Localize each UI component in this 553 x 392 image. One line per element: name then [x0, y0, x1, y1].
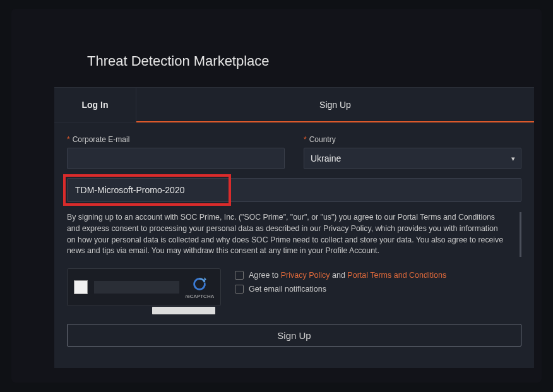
recaptcha-label: reCAPTCHA	[186, 294, 214, 299]
agree-text: Agree to Privacy Policy and Portal Terms…	[249, 271, 446, 280]
tab-login[interactable]: Log In	[54, 88, 136, 122]
terms-link[interactable]: Portal Terms and Conditions	[347, 271, 446, 280]
svg-marker-0	[205, 277, 206, 282]
recaptcha-privacy-strip	[152, 307, 215, 314]
form-row-1: *Corporate E-mail *Country Ukraine ▾	[54, 122, 534, 169]
bottom-row: reCAPTCHA Agree to Privacy Policy and Po…	[67, 268, 521, 306]
privacy-policy-link[interactable]: Privacy Policy	[281, 271, 330, 280]
agree-row: Agree to Privacy Policy and Portal Terms…	[235, 271, 446, 280]
country-label: *Country	[304, 135, 521, 144]
email-label: *Corporate E-mail	[67, 135, 285, 144]
agree-prefix: Agree to	[249, 271, 281, 280]
emails-row: Get email notifications	[235, 285, 446, 294]
emails-label: Get email notifications	[249, 285, 326, 294]
emails-checkbox[interactable]	[235, 285, 244, 294]
recaptcha-widget[interactable]: reCAPTCHA	[67, 268, 221, 306]
country-select[interactable]: Ukraine	[304, 148, 521, 169]
page-title: Threat Detection Marketplace	[87, 53, 270, 69]
email-input[interactable]	[67, 148, 285, 169]
agree-checkbox[interactable]	[235, 271, 244, 280]
signup-button[interactable]: Sign Up	[67, 324, 521, 347]
recaptcha-icon	[191, 276, 208, 292]
email-label-text: Corporate E-mail	[73, 135, 130, 144]
app-window: Threat Detection Marketplace Log In Sign…	[11, 9, 542, 383]
recaptcha-checkbox[interactable]	[74, 280, 88, 294]
agree-and: and	[330, 271, 348, 280]
promo-wrap	[67, 178, 521, 202]
country-label-text: Country	[309, 135, 336, 144]
country-field-wrap: *Country Ukraine ▾	[304, 135, 521, 169]
recaptcha-logo: reCAPTCHA	[186, 276, 214, 299]
auth-panel: Log In Sign Up *Corporate E-mail *Countr…	[54, 87, 534, 368]
tab-signup[interactable]: Sign Up	[136, 88, 534, 122]
country-select-wrap: Ukraine ▾	[304, 148, 521, 169]
consent-checkboxes: Agree to Privacy Policy and Portal Terms…	[235, 268, 446, 294]
auth-tabs: Log In Sign Up	[54, 87, 534, 122]
recaptcha-body	[94, 281, 179, 294]
promo-code-input[interactable]	[67, 178, 521, 202]
email-field-wrap: *Corporate E-mail	[67, 135, 285, 169]
consent-text: By signing up to an account with SOC Pri…	[67, 212, 521, 257]
